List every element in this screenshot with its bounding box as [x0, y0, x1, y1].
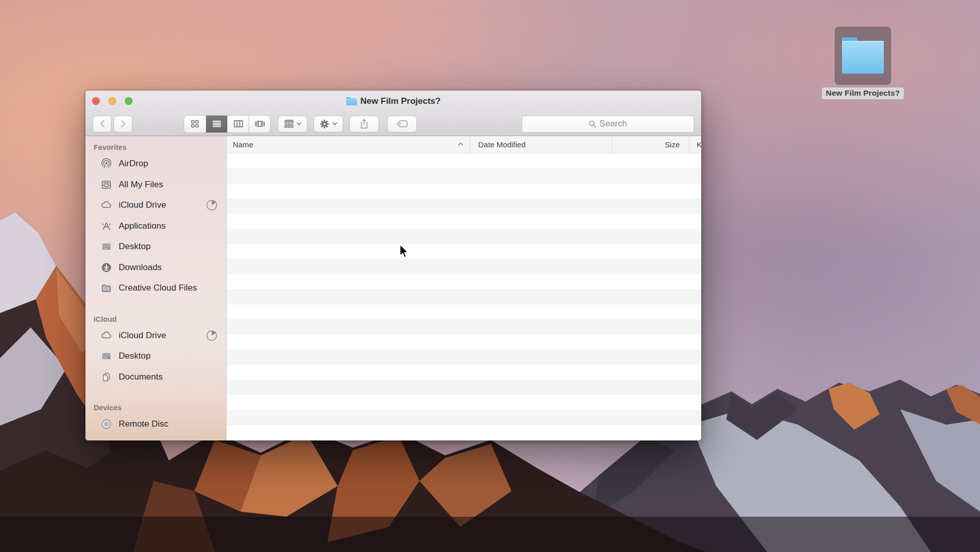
forward-button[interactable]	[114, 116, 132, 133]
sidebar-item-desktop-2[interactable]: Desktop	[85, 346, 226, 367]
column-header-kind[interactable]: Kind	[689, 136, 701, 153]
sidebar-section-icloud: iCloud	[85, 310, 226, 325]
all-my-files-icon	[100, 179, 113, 190]
sidebar-item-label: iCloud Drive	[119, 200, 166, 210]
sidebar-item-label: iCloud Drive	[119, 330, 166, 341]
search-placeholder: Search	[599, 119, 627, 129]
titlebar[interactable]: New Film Projects?	[85, 91, 701, 112]
desktop-icon-label: New Film Projects?	[822, 87, 904, 99]
grid-view-icon	[191, 120, 199, 128]
column-headers: Name Date Modified Size Kind	[227, 136, 701, 153]
sidebar-item-desktop[interactable]: Desktop	[85, 236, 226, 257]
sidebar-item-creative-cloud-files[interactable]: Creative Cloud Files	[85, 278, 226, 299]
sidebar-section-favorites: Favorites	[85, 138, 226, 153]
documents-icon	[100, 371, 113, 383]
column-header-date-modified[interactable]: Date Modified	[470, 136, 612, 153]
desktop-surface-icon	[100, 350, 113, 362]
window-chrome: New Film Projects?	[85, 91, 701, 136]
file-list-empty-area[interactable]	[227, 153, 701, 440]
sidebar-item-documents[interactable]: Documents	[85, 367, 226, 388]
chevron-down-icon	[297, 122, 301, 125]
folder-outline-icon	[100, 282, 113, 294]
sync-progress-icon	[206, 329, 218, 342]
sidebar-item-label: Applications	[119, 221, 166, 231]
icon-selection-highlight	[835, 27, 891, 85]
tag-icon	[396, 120, 408, 127]
window-title: New Film Projects?	[361, 96, 441, 106]
airdrop-icon	[100, 158, 113, 169]
sidebar-item-label: AirDrop	[119, 159, 148, 169]
traffic-lights	[92, 91, 132, 112]
sidebar-item-all-my-files[interactable]: All My Files	[85, 174, 226, 195]
icon-view-button[interactable]	[184, 116, 206, 133]
sidebar-item-airdrop[interactable]: AirDrop	[85, 153, 226, 174]
sidebar-item-icloud-drive-2[interactable]: iCloud Drive	[85, 325, 226, 346]
sidebar-section-devices: Devices	[85, 399, 226, 414]
chevron-left-icon	[100, 120, 105, 128]
sidebar-item-label: Creative Cloud Files	[119, 283, 197, 293]
chevron-down-icon	[332, 122, 337, 125]
applications-icon	[100, 220, 113, 232]
sidebar-item-remote-disc[interactable]: Remote Disc	[85, 414, 226, 435]
desktop-surface-icon	[100, 241, 113, 252]
disc-icon	[100, 418, 113, 430]
sidebar-item-icloud-drive[interactable]: iCloud Drive	[85, 195, 226, 216]
arrange-icon	[284, 120, 294, 128]
file-list-pane: Name Date Modified Size Kind	[227, 136, 701, 440]
sidebar-item-label: Documents	[119, 372, 163, 382]
sync-progress-icon	[206, 199, 218, 211]
gear-icon	[320, 119, 329, 129]
sort-ascending-icon	[458, 142, 463, 146]
window-title-group: New Film Projects?	[346, 96, 441, 106]
column-header-size[interactable]: Size	[612, 136, 689, 153]
sidebar-item-label: Downloads	[119, 262, 162, 273]
coverflow-view-icon	[255, 120, 265, 127]
action-menu-button[interactable]	[314, 116, 343, 133]
cloud-icon	[100, 330, 113, 341]
mouse-cursor	[398, 244, 412, 259]
toolbar: Search	[85, 112, 701, 136]
chevron-right-icon	[121, 120, 126, 128]
sidebar-item-label: All My Files	[119, 180, 163, 190]
search-icon	[589, 120, 596, 128]
column-view-icon	[234, 120, 243, 127]
column-header-name[interactable]: Name	[227, 136, 470, 153]
sidebar: Favorites AirDrop All My Files iCloud Dr…	[85, 136, 227, 440]
share-icon	[360, 119, 368, 129]
search-input[interactable]: Search	[522, 116, 694, 133]
finder-window: New Film Projects?	[85, 91, 701, 440]
close-button[interactable]	[92, 97, 100, 105]
share-button[interactable]	[349, 116, 379, 133]
sidebar-item-label: Desktop	[119, 241, 150, 252]
list-view-button[interactable]	[206, 116, 227, 133]
desktop: { "colors": { "traffic_close": "#ee6a5f"…	[0, 0, 980, 552]
column-view-button[interactable]	[227, 116, 249, 133]
desktop-icon-new-film-projects[interactable]: New Film Projects?	[815, 27, 910, 99]
tag-button[interactable]	[387, 116, 417, 133]
cloud-icon	[100, 200, 113, 211]
sidebar-item-applications[interactable]: Applications	[85, 216, 226, 237]
list-view-icon	[212, 120, 221, 127]
downloads-icon	[100, 262, 113, 273]
arrange-menu-button[interactable]	[278, 116, 307, 133]
view-mode-group	[184, 115, 271, 133]
sidebar-item-downloads[interactable]: Downloads	[85, 257, 226, 278]
coverflow-view-button[interactable]	[249, 116, 270, 133]
zoom-button[interactable]	[125, 97, 132, 105]
minimize-button[interactable]	[108, 97, 116, 105]
back-button[interactable]	[93, 116, 112, 133]
sidebar-item-label: Desktop	[119, 351, 150, 361]
window-body: Favorites AirDrop All My Files iCloud Dr…	[85, 136, 701, 440]
sidebar-item-label: Remote Disc	[119, 419, 168, 429]
folder-icon	[842, 37, 884, 74]
proxy-folder-icon[interactable]	[346, 97, 357, 105]
